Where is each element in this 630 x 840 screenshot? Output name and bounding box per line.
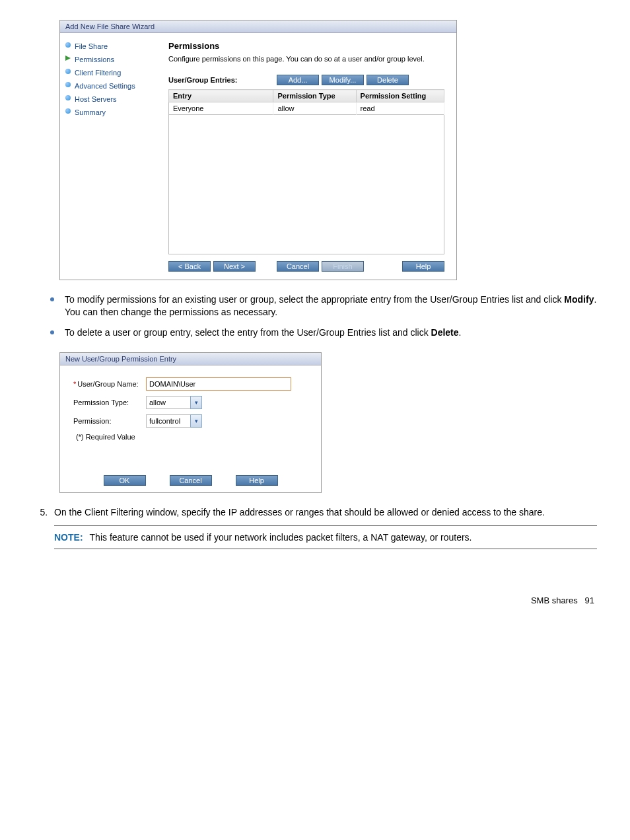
col-entry: Entry — [169, 90, 273, 102]
help-button-2[interactable]: Help — [236, 475, 278, 486]
doc-ordered-list: On the Client Filtering window, specify … — [33, 506, 597, 519]
bullet-delete: To delete a user or group entry, select … — [46, 326, 597, 339]
sidebar-item-advanced-settings[interactable]: Advanced Settings — [65, 79, 158, 93]
wizard-sidebar: File Share Permissions Client Filtering … — [60, 33, 163, 280]
modify-button[interactable]: Modify... — [322, 75, 364, 85]
col-permission-setting: Permission Setting — [356, 90, 444, 102]
sidebar-item-host-servers[interactable]: Host Servers — [65, 93, 158, 106]
permtype-select[interactable]: allow — [146, 396, 191, 409]
usergroup-input[interactable] — [146, 377, 291, 391]
finish-button: Finish — [322, 261, 364, 272]
back-button[interactable]: < Back — [168, 261, 211, 272]
cell-entry: Everyone — [169, 102, 273, 115]
delete-button[interactable]: Delete — [367, 75, 409, 85]
sidebar-item-summary[interactable]: Summary — [65, 106, 158, 119]
entries-label: User/Group Entries: — [168, 76, 274, 84]
permissions-description: Configure permissions on this page. You … — [168, 55, 444, 63]
required-note: (*) Required Value — [76, 433, 312, 441]
note-block: NOTE:This feature cannot be used if your… — [54, 525, 597, 550]
ok-button[interactable]: OK — [104, 475, 146, 486]
footer-section: SMB shares — [531, 595, 578, 605]
col-permission-type: Permission Type — [273, 90, 356, 102]
perm-select[interactable]: fullcontrol — [146, 414, 191, 428]
page-footer: SMB shares 91 — [33, 595, 597, 605]
add-button[interactable]: Add... — [277, 75, 319, 85]
new-user-group-permission-dialog: New User/Group Permission Entry *User/Gr… — [59, 352, 322, 493]
cancel-button-2[interactable]: Cancel — [170, 475, 212, 486]
footer-page: 91 — [585, 595, 594, 605]
note-text: This feature cannot be used if your netw… — [90, 532, 472, 543]
cancel-button[interactable]: Cancel — [277, 261, 319, 272]
entries-table: Entry Permission Type Permission Setting… — [168, 89, 444, 115]
wizard-title: Add New File Share Wizard — [60, 20, 456, 33]
dialog2-title: New User/Group Permission Entry — [60, 353, 321, 365]
cell-type: allow — [273, 102, 356, 115]
bullet-modify: To modify permissions for an existing us… — [46, 293, 597, 319]
note-label: NOTE: — [54, 532, 83, 543]
sidebar-item-permissions[interactable]: Permissions — [65, 53, 158, 66]
table-row[interactable]: Everyone allow read — [169, 102, 444, 115]
sidebar-item-client-filtering[interactable]: Client Filtering — [65, 66, 158, 79]
perm-label: Permission: — [69, 417, 146, 425]
next-button[interactable]: Next > — [213, 261, 256, 272]
permissions-heading: Permissions — [168, 41, 444, 51]
table-empty-area — [168, 115, 444, 254]
cell-setting: read — [356, 102, 444, 115]
chevron-down-icon[interactable]: ▾ — [190, 396, 202, 409]
add-file-share-wizard-dialog: Add New File Share Wizard File Share Per… — [59, 20, 457, 280]
permtype-label: Permission Type: — [69, 399, 146, 406]
step-5: On the Client Filtering window, specify … — [50, 506, 597, 519]
chevron-down-icon[interactable]: ▾ — [190, 414, 202, 428]
doc-bullets: To modify permissions for an existing us… — [46, 293, 597, 339]
usergroup-label: *User/Group Name: — [69, 380, 146, 388]
sidebar-item-file-share[interactable]: File Share — [65, 40, 158, 53]
help-button[interactable]: Help — [402, 261, 444, 272]
